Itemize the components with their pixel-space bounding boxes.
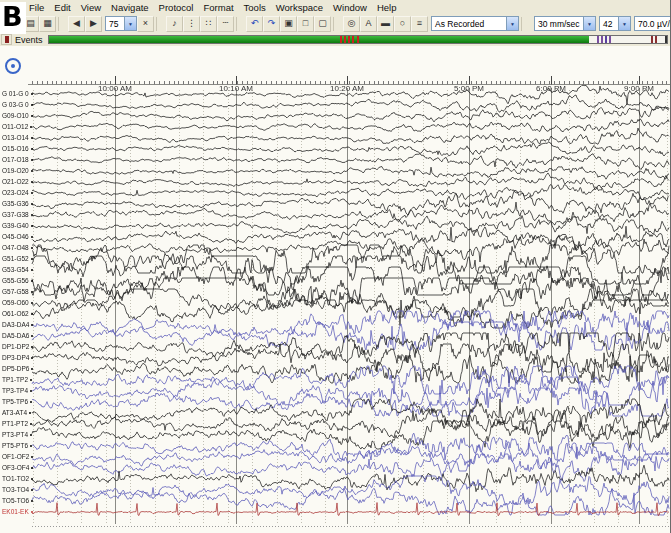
sensitivity-select[interactable]: 70.0 µV/mm▼ [634, 16, 670, 31]
channel-label: PT1-PT2 [2, 420, 32, 428]
menu-tools[interactable]: Tools [239, 2, 271, 13]
menu-view[interactable]: View [76, 2, 106, 13]
channel-label: DP1-DP2 [2, 343, 33, 351]
measure-tool-button[interactable]: ▬ [377, 16, 394, 32]
event-mark[interactable] [601, 36, 603, 43]
menu-help[interactable]: Help [372, 2, 402, 13]
electrode-dot-icon [30, 126, 32, 128]
channel-label: EK01-EK [2, 508, 33, 516]
events-bar: Events [0, 33, 670, 47]
menu-navigate[interactable]: Navigate [106, 2, 154, 13]
event-mark[interactable] [655, 36, 657, 43]
channel-label: G57-G58 [2, 288, 33, 296]
toolbar-separator [156, 17, 163, 31]
channel-label: DP5-DP6 [2, 365, 33, 373]
dashed-line-tool-button[interactable]: ┄ [217, 16, 234, 32]
events-timeline[interactable] [48, 35, 668, 44]
toolbar-separator [521, 17, 528, 31]
montage-list-button[interactable]: ⋮ [183, 16, 200, 32]
event-mark[interactable] [609, 36, 611, 43]
event-mark[interactable] [348, 36, 350, 43]
event-mark[interactable] [665, 36, 667, 43]
dashed-line-tool-icon: ┄ [223, 19, 228, 28]
electrode-dot-icon [31, 93, 33, 95]
menu-format[interactable]: Format [198, 2, 238, 13]
redo-icon: ↷ [268, 19, 276, 28]
open-file-icon: ▤ [26, 19, 35, 28]
channel-label: PT5-PT6 [2, 442, 32, 450]
channel-label: OF3-OF4 [2, 464, 33, 472]
event-mark[interactable] [340, 36, 342, 43]
zoom-button[interactable]: ◎ [343, 16, 360, 32]
event-marker-icon [5, 36, 9, 43]
electrode-dot-icon [29, 412, 31, 414]
channel-label: O21-O22 [2, 178, 33, 186]
event-marker-button[interactable] [1, 34, 12, 45]
clear-selection-button[interactable]: × [137, 16, 154, 32]
menu-protocol[interactable]: Protocol [154, 2, 199, 13]
montage-grid-button[interactable]: ∷ [200, 16, 217, 32]
clock-tool-button[interactable]: ○ [394, 16, 411, 32]
event-mark[interactable] [597, 36, 599, 43]
annotation-box-button[interactable]: ▢ [314, 16, 331, 32]
menu-file[interactable]: File [24, 2, 49, 13]
chevron-down-icon[interactable]: ▼ [506, 17, 518, 30]
electrode-dot-icon [31, 357, 33, 359]
eeg-traces-canvas[interactable] [0, 76, 671, 533]
next-page-button[interactable]: ▶ [85, 16, 102, 32]
text-tool-button[interactable]: A [360, 16, 377, 32]
channel-label: G35-G36 [2, 200, 33, 208]
record-indicator-icon[interactable] [5, 58, 21, 74]
menu-edit[interactable]: Edit [49, 2, 75, 13]
electrode-dot-icon [31, 456, 33, 458]
copy-page-button[interactable]: ▣ [280, 16, 297, 32]
channel-label: G09-O10 [2, 112, 33, 120]
chevron-down-icon[interactable]: ▼ [583, 17, 595, 30]
chevron-down-icon[interactable]: ▼ [618, 17, 630, 30]
select-box-button[interactable]: □ [297, 16, 314, 32]
channel-label: TP5-TP6 [2, 398, 32, 406]
time-label: 10:10 AM [219, 84, 253, 93]
timebase-select[interactable]: 30 mm/sec▼ [534, 16, 596, 31]
electrode-dot-icon [31, 269, 33, 271]
channel-count-select[interactable]: 42▼ [599, 16, 631, 31]
electrode-dot-icon [31, 467, 33, 469]
electrode-dot-icon [31, 313, 33, 315]
undo-icon: ↶ [251, 19, 259, 28]
page-number-select[interactable]: 75▼ [105, 16, 137, 31]
undo-button[interactable]: ↶ [246, 16, 263, 32]
montage-list-icon: ⋮ [187, 19, 196, 28]
montage-select[interactable]: As Recorded▼ [431, 16, 519, 31]
settings-button[interactable]: ≡ [411, 16, 428, 32]
channel-label: O15-O16 [2, 145, 33, 153]
events-label: Events [15, 35, 43, 45]
timeline-segment [49, 36, 589, 43]
clock-tool-icon: ○ [400, 19, 405, 28]
electrode-dot-icon [31, 478, 33, 480]
channel-label: O47-O48 [2, 244, 33, 252]
chevron-down-icon[interactable]: ▼ [124, 17, 136, 30]
electrode-dot-icon [31, 324, 33, 326]
event-mark[interactable] [651, 36, 653, 43]
electrode-dot-icon [31, 104, 33, 106]
channel-label: G51-G52 [2, 255, 33, 263]
electrode-dot-icon [31, 247, 33, 249]
redo-button[interactable]: ↷ [263, 16, 280, 32]
music-note-button[interactable]: ♪ [166, 16, 183, 32]
prev-page-button[interactable]: ◀ [68, 16, 85, 32]
event-mark[interactable] [605, 36, 607, 43]
electrode-dot-icon [31, 148, 33, 150]
channel-label: TO1-TO2 [2, 475, 33, 483]
event-mark[interactable] [357, 36, 359, 43]
menu-window[interactable]: Window [328, 2, 372, 13]
toolbar-separator [333, 17, 340, 31]
menu-workspace[interactable]: Workspace [271, 2, 328, 13]
electrode-dot-icon [31, 335, 33, 337]
electrode-dot-icon [31, 291, 33, 293]
print-button[interactable]: ▦ [39, 16, 56, 32]
event-mark[interactable] [344, 36, 346, 43]
channel-count-select-value: 42 [600, 19, 618, 29]
channel-label: G 03-G 0 [2, 101, 33, 109]
channel-label: TO5-TO6 [2, 497, 33, 505]
event-mark[interactable] [352, 36, 354, 43]
